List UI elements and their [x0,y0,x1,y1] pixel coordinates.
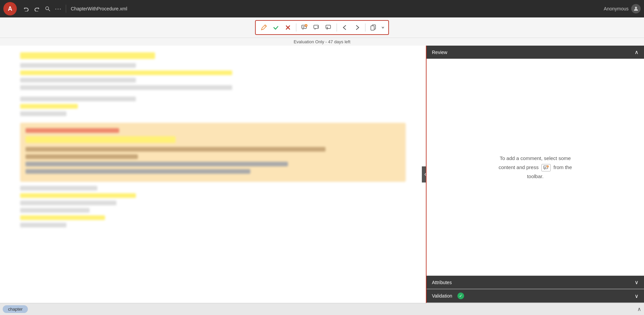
edit-comment-button[interactable] [311,22,322,33]
insert-comment-button[interactable] [299,22,310,33]
eval-bar: Evaluation Only - 47 days left [0,38,644,46]
attributes-section: Attributes ∨ [427,276,644,289]
doc-section-1 [20,52,406,90]
more-button[interactable]: ⋯ [53,3,64,14]
review-toolbar-wrapper [0,17,644,38]
svg-point-0 [46,7,49,10]
review-header[interactable]: Review ∧ [427,46,644,59]
attributes-header[interactable]: Attributes ∨ [427,276,644,289]
bottom-bar: chapter ∧ [0,303,644,315]
comment-icon-hint [541,164,551,171]
doc-section-2 [20,97,406,116]
copy-dropdown-button[interactable] [380,22,386,33]
track-changes-button[interactable] [258,22,269,33]
doc-section-4 [20,186,406,227]
review-body: To add a comment, select some content an… [427,59,644,275]
right-panel: Review ∧ To add a comment, select some c… [426,46,644,303]
review-section: Review ∧ To add a comment, select some c… [427,46,644,276]
review-title: Review [432,50,447,55]
validation-title: Validation [432,293,452,299]
rev-separator-2 [337,23,337,32]
review-chevron-up: ∧ [635,49,639,55]
search-button[interactable] [42,3,53,14]
accept-button[interactable] [270,22,281,33]
reply-comment-button[interactable] [323,22,334,33]
svg-point-2 [635,7,637,9]
attributes-title: Attributes [432,280,452,285]
chapter-tag[interactable]: chapter [3,305,28,313]
reject-button[interactable] [283,22,293,33]
username: Anonymous [604,6,629,11]
orange-highlight-block [20,123,406,182]
copy-button[interactable] [368,22,379,33]
rev-separator-1 [296,23,296,32]
doc-content[interactable] [0,46,426,303]
main-area: Review ∧ To add a comment, select some c… [0,46,644,303]
attributes-chevron: ∨ [635,279,639,285]
top-bar: A ⋯ ChapterWithProcedure.xml Anonymous [0,0,644,17]
app-logo[interactable]: A [3,2,17,15]
toolbar-separator [66,5,66,13]
svg-rect-8 [314,25,318,29]
review-toolbar [255,20,389,35]
validation-section: Validation ✓ ∨ [427,289,644,303]
user-avatar[interactable] [631,4,641,13]
rev-separator-3 [365,23,365,32]
review-hint: To add a comment, select some content an… [499,154,572,181]
validation-header[interactable]: Validation ✓ ∨ [427,289,644,303]
prev-button[interactable] [340,22,350,33]
next-button[interactable] [352,22,362,33]
validation-badge: ✓ [457,293,464,299]
svg-line-1 [48,9,50,11]
svg-rect-9 [326,25,331,29]
undo-button[interactable] [21,3,32,14]
user-section: Anonymous [604,4,641,13]
doc-panel [0,46,426,303]
svg-rect-11 [371,26,374,30]
file-name: ChapterWithProcedure.xml [71,6,127,11]
redo-button[interactable] [32,3,42,14]
scroll-up-button[interactable]: ∧ [637,306,641,312]
panel-collapse-toggle[interactable] [422,166,426,182]
validation-chevron: ∨ [635,293,639,299]
svg-point-3 [264,25,266,27]
